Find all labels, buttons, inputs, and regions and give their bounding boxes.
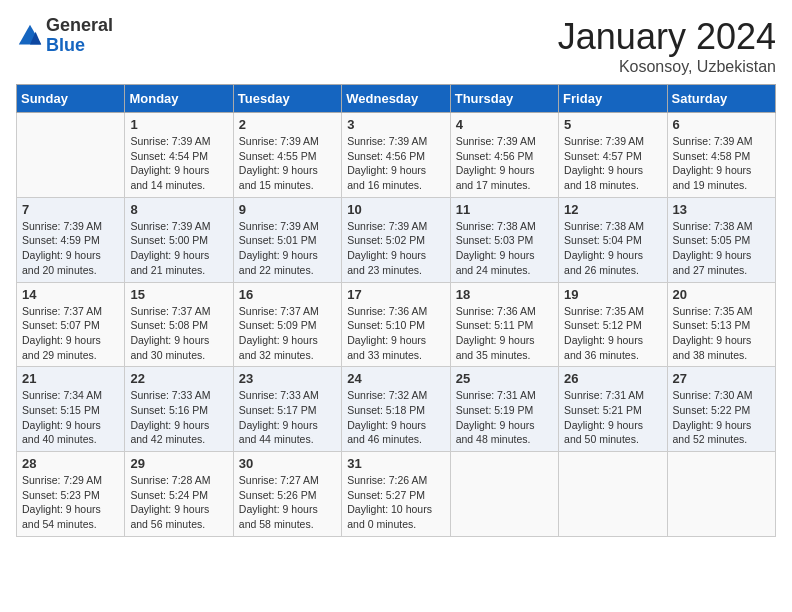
- calendar-cell: 27Sunrise: 7:30 AM Sunset: 5:22 PM Dayli…: [667, 367, 775, 452]
- calendar-cell: 18Sunrise: 7:36 AM Sunset: 5:11 PM Dayli…: [450, 282, 558, 367]
- day-number: 9: [239, 202, 336, 217]
- calendar-cell: [667, 452, 775, 537]
- calendar-cell: 22Sunrise: 7:33 AM Sunset: 5:16 PM Dayli…: [125, 367, 233, 452]
- day-number: 8: [130, 202, 227, 217]
- calendar-table: SundayMondayTuesdayWednesdayThursdayFrid…: [16, 84, 776, 537]
- month-title: January 2024: [558, 16, 776, 58]
- calendar-week-row: 28Sunrise: 7:29 AM Sunset: 5:23 PM Dayli…: [17, 452, 776, 537]
- calendar-cell: 2Sunrise: 7:39 AM Sunset: 4:55 PM Daylig…: [233, 113, 341, 198]
- calendar-header-row: SundayMondayTuesdayWednesdayThursdayFrid…: [17, 85, 776, 113]
- calendar-cell: 6Sunrise: 7:39 AM Sunset: 4:58 PM Daylig…: [667, 113, 775, 198]
- day-number: 22: [130, 371, 227, 386]
- cell-content: Sunrise: 7:30 AM Sunset: 5:22 PM Dayligh…: [673, 388, 770, 447]
- calendar-cell: [17, 113, 125, 198]
- day-number: 30: [239, 456, 336, 471]
- day-number: 21: [22, 371, 119, 386]
- calendar-cell: 29Sunrise: 7:28 AM Sunset: 5:24 PM Dayli…: [125, 452, 233, 537]
- cell-content: Sunrise: 7:39 AM Sunset: 4:56 PM Dayligh…: [456, 134, 553, 193]
- day-number: 17: [347, 287, 444, 302]
- logo: General Blue: [16, 16, 113, 56]
- day-header: Monday: [125, 85, 233, 113]
- cell-content: Sunrise: 7:31 AM Sunset: 5:19 PM Dayligh…: [456, 388, 553, 447]
- cell-content: Sunrise: 7:28 AM Sunset: 5:24 PM Dayligh…: [130, 473, 227, 532]
- day-header: Wednesday: [342, 85, 450, 113]
- day-number: 1: [130, 117, 227, 132]
- cell-content: Sunrise: 7:39 AM Sunset: 4:57 PM Dayligh…: [564, 134, 661, 193]
- cell-content: Sunrise: 7:39 AM Sunset: 4:59 PM Dayligh…: [22, 219, 119, 278]
- calendar-cell: 26Sunrise: 7:31 AM Sunset: 5:21 PM Dayli…: [559, 367, 667, 452]
- day-number: 16: [239, 287, 336, 302]
- logo-icon: [16, 22, 44, 50]
- day-number: 4: [456, 117, 553, 132]
- cell-content: Sunrise: 7:35 AM Sunset: 5:12 PM Dayligh…: [564, 304, 661, 363]
- day-number: 6: [673, 117, 770, 132]
- cell-content: Sunrise: 7:27 AM Sunset: 5:26 PM Dayligh…: [239, 473, 336, 532]
- cell-content: Sunrise: 7:39 AM Sunset: 5:00 PM Dayligh…: [130, 219, 227, 278]
- day-number: 7: [22, 202, 119, 217]
- cell-content: Sunrise: 7:39 AM Sunset: 4:54 PM Dayligh…: [130, 134, 227, 193]
- calendar-cell: 31Sunrise: 7:26 AM Sunset: 5:27 PM Dayli…: [342, 452, 450, 537]
- calendar-cell: 3Sunrise: 7:39 AM Sunset: 4:56 PM Daylig…: [342, 113, 450, 198]
- day-number: 18: [456, 287, 553, 302]
- calendar-cell: [559, 452, 667, 537]
- day-number: 31: [347, 456, 444, 471]
- cell-content: Sunrise: 7:37 AM Sunset: 5:09 PM Dayligh…: [239, 304, 336, 363]
- calendar-cell: 11Sunrise: 7:38 AM Sunset: 5:03 PM Dayli…: [450, 197, 558, 282]
- calendar-cell: 13Sunrise: 7:38 AM Sunset: 5:05 PM Dayli…: [667, 197, 775, 282]
- calendar-week-row: 21Sunrise: 7:34 AM Sunset: 5:15 PM Dayli…: [17, 367, 776, 452]
- cell-content: Sunrise: 7:31 AM Sunset: 5:21 PM Dayligh…: [564, 388, 661, 447]
- location-title: Kosonsoy, Uzbekistan: [558, 58, 776, 76]
- cell-content: Sunrise: 7:39 AM Sunset: 4:58 PM Dayligh…: [673, 134, 770, 193]
- calendar-cell: 28Sunrise: 7:29 AM Sunset: 5:23 PM Dayli…: [17, 452, 125, 537]
- day-number: 5: [564, 117, 661, 132]
- cell-content: Sunrise: 7:39 AM Sunset: 5:02 PM Dayligh…: [347, 219, 444, 278]
- cell-content: Sunrise: 7:32 AM Sunset: 5:18 PM Dayligh…: [347, 388, 444, 447]
- calendar-week-row: 1Sunrise: 7:39 AM Sunset: 4:54 PM Daylig…: [17, 113, 776, 198]
- calendar-cell: 21Sunrise: 7:34 AM Sunset: 5:15 PM Dayli…: [17, 367, 125, 452]
- day-number: 27: [673, 371, 770, 386]
- calendar-cell: [450, 452, 558, 537]
- cell-content: Sunrise: 7:37 AM Sunset: 5:07 PM Dayligh…: [22, 304, 119, 363]
- calendar-cell: 10Sunrise: 7:39 AM Sunset: 5:02 PM Dayli…: [342, 197, 450, 282]
- cell-content: Sunrise: 7:37 AM Sunset: 5:08 PM Dayligh…: [130, 304, 227, 363]
- calendar-cell: 5Sunrise: 7:39 AM Sunset: 4:57 PM Daylig…: [559, 113, 667, 198]
- calendar-cell: 14Sunrise: 7:37 AM Sunset: 5:07 PM Dayli…: [17, 282, 125, 367]
- day-header: Tuesday: [233, 85, 341, 113]
- calendar-cell: 4Sunrise: 7:39 AM Sunset: 4:56 PM Daylig…: [450, 113, 558, 198]
- title-area: January 2024 Kosonsoy, Uzbekistan: [558, 16, 776, 76]
- day-number: 13: [673, 202, 770, 217]
- calendar-cell: 23Sunrise: 7:33 AM Sunset: 5:17 PM Dayli…: [233, 367, 341, 452]
- cell-content: Sunrise: 7:38 AM Sunset: 5:04 PM Dayligh…: [564, 219, 661, 278]
- day-header: Saturday: [667, 85, 775, 113]
- cell-content: Sunrise: 7:29 AM Sunset: 5:23 PM Dayligh…: [22, 473, 119, 532]
- calendar-cell: 20Sunrise: 7:35 AM Sunset: 5:13 PM Dayli…: [667, 282, 775, 367]
- day-number: 15: [130, 287, 227, 302]
- calendar-cell: 12Sunrise: 7:38 AM Sunset: 5:04 PM Dayli…: [559, 197, 667, 282]
- cell-content: Sunrise: 7:39 AM Sunset: 5:01 PM Dayligh…: [239, 219, 336, 278]
- cell-content: Sunrise: 7:33 AM Sunset: 5:16 PM Dayligh…: [130, 388, 227, 447]
- day-header: Sunday: [17, 85, 125, 113]
- day-number: 25: [456, 371, 553, 386]
- day-number: 28: [22, 456, 119, 471]
- day-header: Thursday: [450, 85, 558, 113]
- day-header: Friday: [559, 85, 667, 113]
- calendar-cell: 7Sunrise: 7:39 AM Sunset: 4:59 PM Daylig…: [17, 197, 125, 282]
- calendar-cell: 1Sunrise: 7:39 AM Sunset: 4:54 PM Daylig…: [125, 113, 233, 198]
- cell-content: Sunrise: 7:36 AM Sunset: 5:10 PM Dayligh…: [347, 304, 444, 363]
- cell-content: Sunrise: 7:35 AM Sunset: 5:13 PM Dayligh…: [673, 304, 770, 363]
- day-number: 29: [130, 456, 227, 471]
- calendar-week-row: 14Sunrise: 7:37 AM Sunset: 5:07 PM Dayli…: [17, 282, 776, 367]
- cell-content: Sunrise: 7:38 AM Sunset: 5:03 PM Dayligh…: [456, 219, 553, 278]
- calendar-cell: 25Sunrise: 7:31 AM Sunset: 5:19 PM Dayli…: [450, 367, 558, 452]
- calendar-cell: 17Sunrise: 7:36 AM Sunset: 5:10 PM Dayli…: [342, 282, 450, 367]
- day-number: 24: [347, 371, 444, 386]
- day-number: 3: [347, 117, 444, 132]
- calendar-week-row: 7Sunrise: 7:39 AM Sunset: 4:59 PM Daylig…: [17, 197, 776, 282]
- cell-content: Sunrise: 7:39 AM Sunset: 4:55 PM Dayligh…: [239, 134, 336, 193]
- calendar-cell: 15Sunrise: 7:37 AM Sunset: 5:08 PM Dayli…: [125, 282, 233, 367]
- logo-text: General Blue: [46, 16, 113, 56]
- calendar-cell: 16Sunrise: 7:37 AM Sunset: 5:09 PM Dayli…: [233, 282, 341, 367]
- day-number: 12: [564, 202, 661, 217]
- calendar-cell: 9Sunrise: 7:39 AM Sunset: 5:01 PM Daylig…: [233, 197, 341, 282]
- cell-content: Sunrise: 7:39 AM Sunset: 4:56 PM Dayligh…: [347, 134, 444, 193]
